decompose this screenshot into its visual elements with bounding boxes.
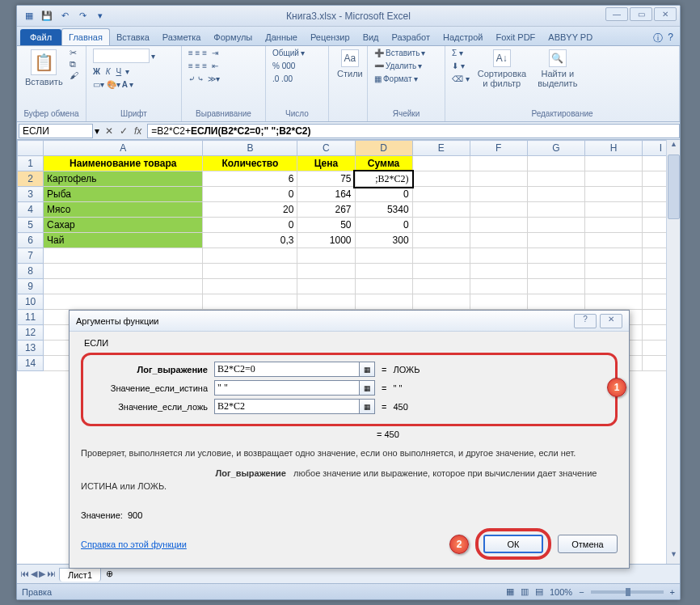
zoom-in-icon[interactable]: +: [670, 587, 675, 597]
tab-file[interactable]: Файл: [20, 29, 61, 45]
col-header-B[interactable]: B: [203, 141, 297, 156]
sheet-nav-next-icon[interactable]: ▶: [39, 569, 45, 579]
zoom-out-icon[interactable]: −: [579, 587, 584, 597]
tab-addins[interactable]: Надстрой: [436, 29, 489, 45]
arg1-input[interactable]: [214, 362, 360, 377]
clear-button[interactable]: ⌫ ▾: [450, 74, 471, 84]
find-select-button[interactable]: 🔍 Найти и выделить: [533, 48, 583, 90]
sheet-tab-1[interactable]: Лист1: [59, 568, 101, 582]
cell-D6[interactable]: 300: [355, 233, 412, 248]
cell-B2[interactable]: 6: [203, 171, 297, 187]
cell-B6[interactable]: 0,3: [203, 233, 297, 248]
cell-C3[interactable]: 164: [297, 187, 355, 202]
dialog-close-button[interactable]: ✕: [600, 314, 622, 328]
row-header-1[interactable]: 1: [18, 156, 44, 171]
save-icon[interactable]: 💾: [40, 9, 54, 23]
row-header-2[interactable]: 2: [18, 171, 44, 187]
view-normal-icon[interactable]: ▦: [506, 586, 514, 597]
cut-icon[interactable]: ✂: [70, 48, 78, 58]
paste-button[interactable]: 📋 Вставить: [22, 48, 66, 88]
undo-icon[interactable]: ↶: [57, 9, 72, 23]
tab-abbyy[interactable]: ABBYY PD: [542, 29, 599, 45]
col-header-G[interactable]: G: [527, 141, 584, 156]
col-header-E[interactable]: E: [412, 141, 470, 156]
row-header-13[interactable]: 13: [18, 341, 44, 356]
ok-button[interactable]: ОК: [483, 535, 543, 553]
cell-A5[interactable]: Сахар: [44, 218, 203, 233]
sheet-nav-last-icon[interactable]: ⏭: [47, 569, 56, 579]
view-break-icon[interactable]: ▤: [535, 586, 543, 597]
tab-developer[interactable]: Разработ: [386, 29, 436, 45]
col-header-F[interactable]: F: [470, 141, 527, 156]
cell-D2-active[interactable]: ;B2*C2): [355, 171, 412, 187]
tab-home[interactable]: Главная: [61, 28, 110, 45]
number-format-label[interactable]: Общий: [272, 49, 299, 57]
cells-delete-button[interactable]: ➖ Удалить▾: [373, 61, 427, 71]
cell-A4[interactable]: Мясо: [44, 202, 203, 218]
autosum-button[interactable]: Σ ▾: [450, 48, 471, 58]
row-header-5[interactable]: 5: [18, 218, 44, 233]
row-header-8[interactable]: 8: [18, 264, 44, 279]
maximize-button[interactable]: ▭: [630, 7, 652, 21]
fx-icon[interactable]: fx: [132, 125, 144, 137]
arg3-input[interactable]: [214, 399, 360, 414]
formula-input[interactable]: =B2*C2+ЕСЛИ(B2*C2=0;" ";B2*C2): [147, 124, 680, 138]
cell-C5[interactable]: 50: [297, 218, 355, 233]
tab-foxit[interactable]: Foxit PDF: [489, 29, 542, 45]
cancel-formula-icon[interactable]: ✕: [103, 125, 116, 137]
fill-button[interactable]: ⬇ ▾: [450, 61, 471, 71]
name-box[interactable]: ЕСЛИ: [19, 124, 93, 138]
minimize-button[interactable]: —: [605, 7, 628, 21]
format-painter-icon[interactable]: 🖌: [70, 70, 78, 80]
zoom-slider[interactable]: [591, 590, 664, 594]
header-sum[interactable]: Сумма: [355, 156, 412, 171]
row-header-7[interactable]: 7: [18, 248, 44, 264]
cell-C2[interactable]: 75: [297, 171, 355, 187]
select-all-corner[interactable]: [18, 141, 44, 156]
col-header-D[interactable]: D: [355, 141, 412, 156]
dialog-help-button[interactable]: ?: [574, 314, 597, 328]
sheet-nav-first-icon[interactable]: ⏮: [20, 569, 29, 579]
arg3-range-icon[interactable]: ▦: [359, 399, 375, 414]
col-header-C[interactable]: C: [297, 141, 355, 156]
dialog-titlebar[interactable]: Аргументы функции ? ✕: [70, 311, 629, 332]
tab-view[interactable]: Вид: [356, 29, 386, 45]
close-button[interactable]: ✕: [654, 7, 677, 21]
row-header-11[interactable]: 11: [18, 310, 44, 325]
view-layout-icon[interactable]: ▥: [521, 586, 529, 597]
header-qty[interactable]: Количество: [203, 156, 297, 171]
cell-B3[interactable]: 0: [203, 187, 297, 202]
cell-B5[interactable]: 0: [203, 218, 297, 233]
col-header-H[interactable]: H: [584, 141, 642, 156]
copy-icon[interactable]: ⧉: [70, 59, 78, 70]
qat-dropdown-icon[interactable]: ▾: [93, 9, 108, 23]
new-sheet-icon[interactable]: ⊕: [101, 569, 118, 579]
dialog-help-link[interactable]: Справка по этой функции: [81, 539, 187, 549]
header-name[interactable]: Наименование товара: [44, 156, 203, 171]
styles-button[interactable]: Aа Стили: [334, 48, 366, 80]
tab-review[interactable]: Рецензир: [304, 29, 356, 45]
tab-data[interactable]: Данные: [259, 29, 304, 45]
help-icon[interactable]: ?: [668, 32, 673, 45]
enter-formula-icon[interactable]: ✓: [117, 125, 130, 137]
row-header-9[interactable]: 9: [18, 279, 44, 294]
redo-icon[interactable]: ↷: [75, 9, 90, 23]
cell-C6[interactable]: 1000: [297, 233, 355, 248]
cell-D5[interactable]: 0: [355, 218, 412, 233]
scroll-thumb[interactable]: [668, 154, 680, 219]
cell-C4[interactable]: 267: [297, 202, 355, 218]
cancel-button[interactable]: Отмена: [558, 535, 618, 553]
tab-insert[interactable]: Вставка: [110, 29, 156, 45]
arg2-input[interactable]: [214, 380, 360, 396]
cell-D3[interactable]: 0: [355, 187, 412, 202]
vertical-scrollbar[interactable]: ▲ ▼: [666, 140, 680, 564]
minimize-ribbon-icon[interactable]: ⓘ: [653, 32, 663, 45]
row-header-4[interactable]: 4: [18, 202, 44, 218]
row-header-14[interactable]: 14: [18, 356, 44, 371]
arg1-range-icon[interactable]: ▦: [359, 362, 375, 377]
cell-D4[interactable]: 5340: [355, 202, 412, 218]
row-header-6[interactable]: 6: [18, 233, 44, 248]
row-header-3[interactable]: 3: [18, 187, 44, 202]
cells-insert-button[interactable]: ➕ Вставить▾: [373, 48, 427, 58]
cell-A3[interactable]: Рыба: [44, 187, 203, 202]
